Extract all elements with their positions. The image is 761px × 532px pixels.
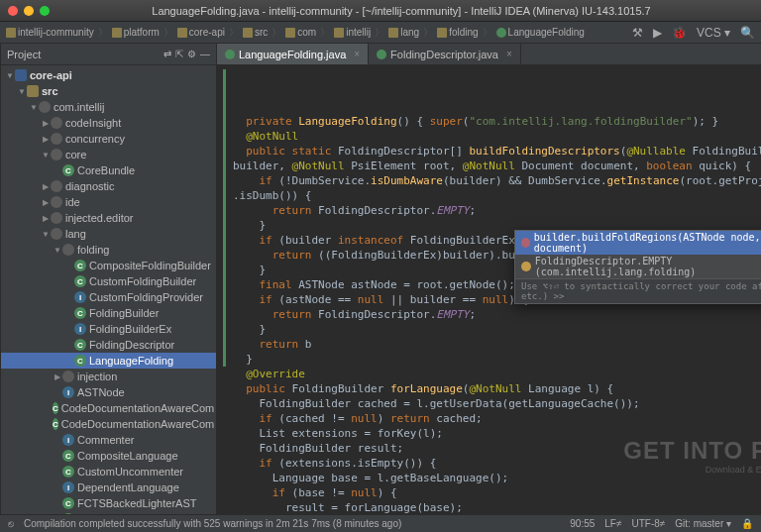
completion-item[interactable]: FoldingDescriptor.EMPTY (com.intellij.la… — [515, 255, 761, 278]
breadcrumb[interactable]: intellij-community〉platform〉core-api〉src… — [4, 26, 628, 40]
tree-row[interactable]: ▼lang — [1, 226, 216, 242]
field-icon — [521, 262, 531, 271]
tree-row[interactable]: ▼core-api — [1, 67, 216, 83]
tree-row[interactable]: CCompositeLanguage — [1, 448, 216, 464]
folder-icon — [6, 28, 16, 38]
tree-row[interactable]: CFoldingDescriptor — [1, 337, 216, 353]
search-icon[interactable]: 🔍 — [738, 26, 757, 40]
close-window-button[interactable] — [8, 6, 18, 16]
tree-label: CustomFoldingProvider — [89, 291, 203, 303]
disclosure-arrow-icon[interactable]: ▶ — [41, 214, 51, 223]
package-icon — [51, 196, 62, 208]
breadcrumb-item[interactable]: platform — [110, 27, 162, 38]
tree-row[interactable]: IFoldingBuilderEx — [1, 321, 216, 337]
debug-button[interactable]: 🐞 — [670, 26, 689, 40]
class-icon: C — [62, 164, 74, 176]
tree-label: DependentLanguage — [77, 481, 179, 493]
tree-row[interactable]: ▼folding — [1, 242, 216, 258]
disclosure-arrow-icon[interactable]: ▼ — [53, 246, 62, 255]
close-tab-icon[interactable]: × — [506, 49, 512, 59]
tree-label: codeInsight — [65, 117, 121, 129]
breadcrumb-item[interactable]: com — [283, 27, 318, 38]
tree-row[interactable]: CLanguageFolding — [1, 353, 216, 369]
disclosure-arrow-icon[interactable]: ▼ — [29, 103, 39, 112]
caret-position[interactable]: 90:55 — [570, 518, 595, 529]
tree-row[interactable]: CFileASTNode — [1, 511, 216, 514]
breadcrumb-item[interactable]: intellij — [332, 27, 373, 38]
tree-row[interactable]: ▶injected.editor — [1, 210, 216, 226]
breadcrumb-item[interactable]: LanguageFolding — [494, 27, 587, 38]
main: Project ⇄ ⇱ ⚙ — ▼core-api▼src▼com.intell… — [0, 44, 761, 514]
disclosure-arrow-icon[interactable]: ▶ — [41, 198, 51, 207]
disclosure-arrow-icon[interactable]: ▼ — [5, 71, 15, 80]
tree-row[interactable]: ▶concurrency — [1, 131, 216, 147]
vcs-dropdown[interactable]: VCS ▾ — [695, 26, 732, 40]
disclosure-arrow-icon[interactable]: ▶ — [41, 119, 51, 128]
window-title: LanguageFolding.java - intellij-communit… — [50, 5, 753, 17]
make-button[interactable]: ⚒ — [630, 26, 645, 40]
tree-label: CoreBundle — [77, 164, 135, 176]
tree-row[interactable]: CCodeDocumentationAwareCom — [1, 416, 216, 432]
tree-row[interactable]: ▼core — [1, 147, 216, 162]
tree-row[interactable]: ▶injection — [1, 369, 216, 384]
folder-icon — [177, 28, 187, 38]
package-icon — [51, 180, 62, 192]
minimize-window-button[interactable] — [24, 6, 34, 16]
completion-item[interactable]: builder.buildFoldRegions(ASTNode node, D… — [515, 231, 761, 255]
package-icon — [39, 101, 51, 113]
tree-row[interactable]: ▼com.intellij — [1, 99, 216, 115]
breadcrumb-item[interactable]: lang — [386, 27, 421, 38]
disclosure-arrow-icon[interactable]: ▼ — [41, 230, 51, 239]
editor-tab[interactable]: FoldingDescriptor.java× — [369, 44, 521, 64]
tree-label: ASTNode — [77, 386, 125, 398]
breadcrumb-item[interactable]: folding — [435, 27, 480, 38]
breadcrumb-item[interactable]: core-api — [175, 27, 227, 38]
tree-row[interactable]: CCompositeFoldingBuilder — [1, 258, 216, 273]
zoom-window-button[interactable] — [40, 6, 50, 16]
tree-row[interactable]: ICustomFoldingProvider — [1, 289, 216, 305]
breadcrumb-item[interactable]: intellij-community — [4, 27, 96, 38]
tree-row[interactable]: ▶codeInsight — [1, 115, 216, 131]
package-icon — [51, 149, 62, 160]
tree-label: CustomFoldingBuilder — [89, 275, 196, 287]
tree-row[interactable]: CCustomUncommenter — [1, 464, 216, 479]
hide-icon[interactable]: — — [200, 49, 210, 59]
tree-label: core-api — [30, 69, 72, 81]
line-separator[interactable]: LF≠ — [604, 518, 621, 529]
tree-row[interactable]: CFCTSBackedLighterAST — [1, 495, 216, 511]
tree-row[interactable]: IDependentLanguage — [1, 479, 216, 495]
class-icon: C — [62, 513, 74, 514]
breadcrumb-item[interactable]: src — [241, 27, 270, 38]
git-branch[interactable]: Git: master ▾ — [675, 518, 731, 529]
encoding[interactable]: UTF-8≠ — [631, 518, 665, 529]
disclosure-arrow-icon[interactable]: ▶ — [53, 372, 62, 381]
folder-icon — [27, 85, 39, 97]
class-icon: C — [74, 260, 86, 271]
close-tab-icon[interactable]: × — [354, 49, 360, 59]
autoscroll-icon[interactable]: ⇄ — [163, 49, 171, 59]
tree-row[interactable]: CFoldingBuilder — [1, 305, 216, 321]
tree-row[interactable]: CCodeDocumentationAwareCom — [1, 400, 216, 416]
run-button[interactable]: ▶ — [651, 26, 664, 40]
tree-row[interactable]: CCoreBundle — [1, 162, 216, 178]
tree-row[interactable]: ▶ide — [1, 194, 216, 210]
tree-label: ide — [65, 196, 80, 208]
disclosure-arrow-icon[interactable]: ▶ — [41, 135, 51, 144]
disclosure-arrow-icon[interactable]: ▶ — [41, 182, 51, 191]
editor-tab[interactable]: LanguageFolding.java× — [217, 44, 369, 64]
tree-row[interactable]: ICommenter — [1, 432, 216, 448]
disclosure-arrow-icon[interactable]: ▼ — [17, 87, 27, 96]
tree-row[interactable]: CCustomFoldingBuilder — [1, 273, 216, 289]
status-indicator-icon[interactable]: ⎋ — [8, 518, 14, 529]
tree-row[interactable]: IASTNode — [1, 384, 216, 400]
class-icon: C — [74, 275, 86, 287]
completion-popup[interactable]: builder.buildFoldRegions(ASTNode node, D… — [514, 230, 761, 304]
tree-row[interactable]: ▶diagnostic — [1, 178, 216, 194]
lock-icon[interactable]: 🔒 — [741, 518, 753, 529]
project-tree[interactable]: ▼core-api▼src▼com.intellij▶codeInsight▶c… — [1, 65, 216, 514]
tree-label: FoldingBuilderEx — [89, 323, 171, 335]
disclosure-arrow-icon[interactable]: ▼ — [41, 151, 51, 160]
tree-row[interactable]: ▼src — [1, 83, 216, 99]
collapse-icon[interactable]: ⇱ — [175, 49, 183, 59]
gear-icon[interactable]: ⚙ — [187, 49, 196, 59]
